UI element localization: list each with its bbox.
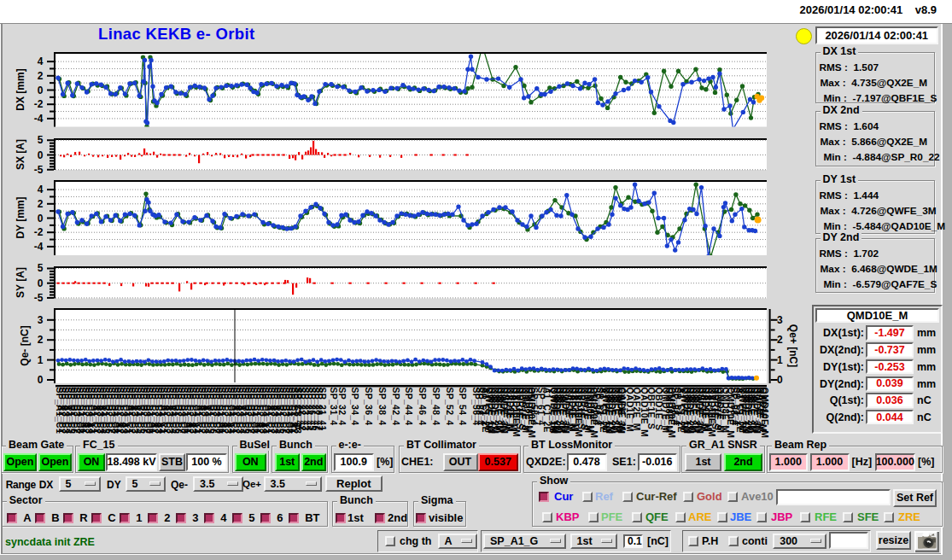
svg-text:SY [A]: SY [A] — [15, 267, 26, 298]
svg-text:DY [mm]: DY [mm] — [15, 196, 26, 238]
svg-text:SP_48_4: SP_48_4 — [431, 388, 441, 426]
svg-text:-2: -2 — [34, 98, 44, 110]
svg-text:0: 0 — [38, 85, 44, 96]
svg-text:2: 2 — [38, 334, 44, 346]
svg-text:0: 0 — [38, 277, 44, 289]
svg-text:0: 0 — [38, 149, 44, 161]
svg-text:4: 4 — [38, 184, 44, 195]
svg-text:-4: -4 — [34, 241, 44, 253]
svg-text:1: 1 — [38, 354, 44, 366]
svg-text:SP_42_4: SP_42_4 — [391, 388, 401, 426]
svg-text:5: 5 — [38, 134, 44, 146]
svg-text:SP_34_4: SP_34_4 — [350, 388, 360, 426]
svg-text:2: 2 — [777, 334, 783, 346]
svg-text:Qe+ [nC]: Qe+ [nC] — [787, 324, 799, 367]
svg-text:0: 0 — [777, 374, 783, 386]
svg-text:DX [mm]: DX [mm] — [15, 68, 26, 110]
svg-text:5: 5 — [38, 262, 44, 274]
svg-text:3: 3 — [777, 314, 783, 326]
svg-text:0: 0 — [38, 374, 44, 386]
svg-text:0: 0 — [38, 213, 44, 225]
svg-text:QMD10E_M: QMD10E_M — [760, 388, 770, 439]
svg-text:SP_54_4: SP_54_4 — [458, 388, 468, 426]
svg-text:-5: -5 — [34, 292, 44, 304]
svg-text:-4: -4 — [34, 113, 44, 125]
svg-text:Qe- [nC]: Qe- [nC] — [19, 325, 31, 365]
svg-text:SP_38_4: SP_38_4 — [377, 388, 388, 426]
svg-text:SP_44_4: SP_44_4 — [404, 388, 414, 426]
svg-text:4: 4 — [38, 55, 44, 67]
svg-text:SP_21_41: SP_21_41 — [318, 388, 328, 431]
svg-text:2: 2 — [38, 70, 44, 82]
svg-text:1: 1 — [777, 354, 783, 366]
svg-text:2: 2 — [38, 198, 44, 210]
svg-text:SX [A]: SX [A] — [15, 139, 26, 170]
svg-text:SP_32_4: SP_32_4 — [337, 388, 348, 426]
svg-text:3: 3 — [38, 314, 44, 326]
svg-text:-2: -2 — [34, 226, 44, 238]
svg-text:-5: -5 — [34, 164, 44, 176]
svg-text:SP_52_4: SP_52_4 — [445, 388, 455, 426]
svg-text:SP_36_4: SP_36_4 — [364, 388, 374, 426]
svg-text:SP_46_4: SP_46_4 — [418, 388, 428, 426]
